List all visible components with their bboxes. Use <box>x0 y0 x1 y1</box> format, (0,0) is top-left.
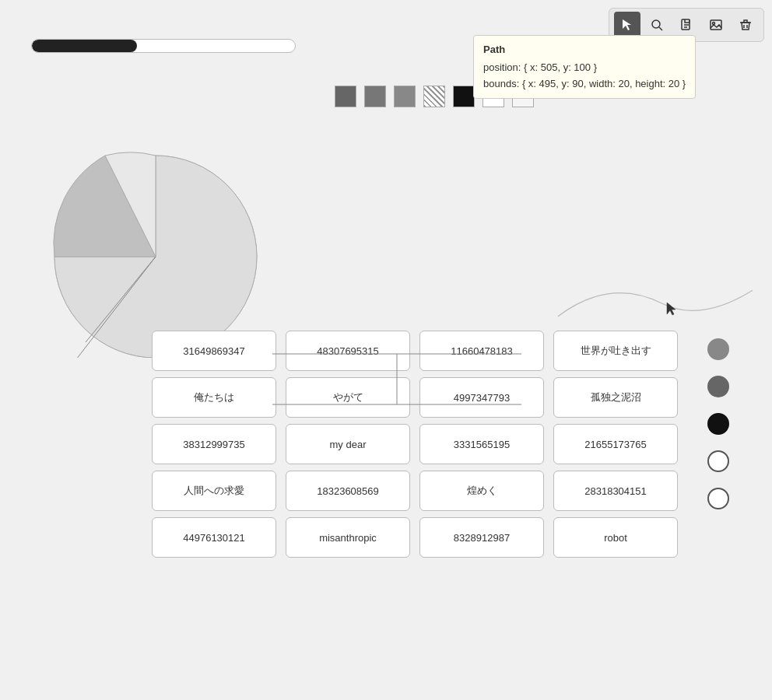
cell-2-0[interactable]: 38312999735 <box>152 424 276 464</box>
cell-3-2[interactable]: 煌めく <box>419 471 544 511</box>
swatch-medium-gray[interactable] <box>364 86 386 107</box>
cursor-indicator <box>666 302 674 314</box>
cell-2-2[interactable]: 3331565195 <box>419 424 544 464</box>
position-value: { x: 505, y: 100 } <box>524 61 597 73</box>
svg-point-6 <box>713 23 715 25</box>
tooltip-bounds: bounds: { x: 495, y: 90, width: 20, heig… <box>483 76 686 93</box>
pie-chart <box>23 140 265 358</box>
cell-1-3[interactable]: 孤独之泥沼 <box>553 377 678 418</box>
search-tool-button[interactable] <box>644 12 670 38</box>
circle-indicator-1[interactable] <box>707 338 729 360</box>
path-tooltip: Path position: { x: 505, y: 100 } bounds… <box>473 35 696 99</box>
swatch-black[interactable] <box>453 86 475 107</box>
cell-3-1[interactable]: 18323608569 <box>286 471 410 511</box>
position-label: position: <box>483 61 521 73</box>
cell-4-2[interactable]: 8328912987 <box>419 517 544 558</box>
data-grid: 31649869347 48307695315 11660478183 世界が吐… <box>152 331 678 558</box>
circle-indicator-4[interactable] <box>707 450 729 472</box>
cell-2-3[interactable]: 21655173765 <box>553 424 678 464</box>
image-tool-button[interactable] <box>703 12 729 38</box>
progress-bar[interactable] <box>31 39 296 53</box>
circle-indicator-3[interactable] <box>707 413 729 435</box>
cell-1-1[interactable]: やがて <box>286 377 410 418</box>
tooltip-title: Path <box>483 42 686 58</box>
cell-0-2[interactable]: 11660478183 <box>419 331 544 371</box>
trash-tool-button[interactable] <box>732 12 759 38</box>
svg-point-0 <box>652 20 660 28</box>
swatch-hatched[interactable] <box>423 86 445 107</box>
pie-chart-area <box>23 140 280 358</box>
bounds-value: { x: 495, y: 90, width: 20, height: 20 } <box>522 78 686 89</box>
swatch-gray[interactable] <box>394 86 416 107</box>
cell-1-0[interactable]: 俺たちは <box>152 377 276 418</box>
cell-0-3[interactable]: 世界が吐き出す <box>553 331 678 371</box>
tooltip-position: position: { x: 505, y: 100 } <box>483 60 686 76</box>
swatch-dark-gray[interactable] <box>335 86 356 107</box>
bounds-label: bounds: <box>483 78 519 89</box>
cell-0-0[interactable]: 31649869347 <box>152 331 276 371</box>
svg-line-1 <box>659 27 662 30</box>
pdf-tool-button[interactable] <box>673 12 700 38</box>
cursor-tool-button[interactable] <box>614 12 640 38</box>
cell-1-2[interactable]: 4997347793 <box>419 377 544 418</box>
cell-3-0[interactable]: 人間への求愛 <box>152 471 276 511</box>
cell-0-1[interactable]: 48307695315 <box>286 331 410 371</box>
cell-2-1[interactable]: my dear <box>286 424 410 464</box>
cell-3-3[interactable]: 28318304151 <box>553 471 678 511</box>
circle-indicator-5[interactable] <box>707 488 729 509</box>
cell-4-3[interactable]: robot <box>553 517 678 558</box>
cell-4-0[interactable]: 44976130121 <box>152 517 276 558</box>
circle-indicators <box>707 338 729 509</box>
progress-fill <box>32 40 137 52</box>
cell-4-1[interactable]: misanthropic <box>286 517 410 558</box>
circle-indicator-2[interactable] <box>707 376 729 397</box>
